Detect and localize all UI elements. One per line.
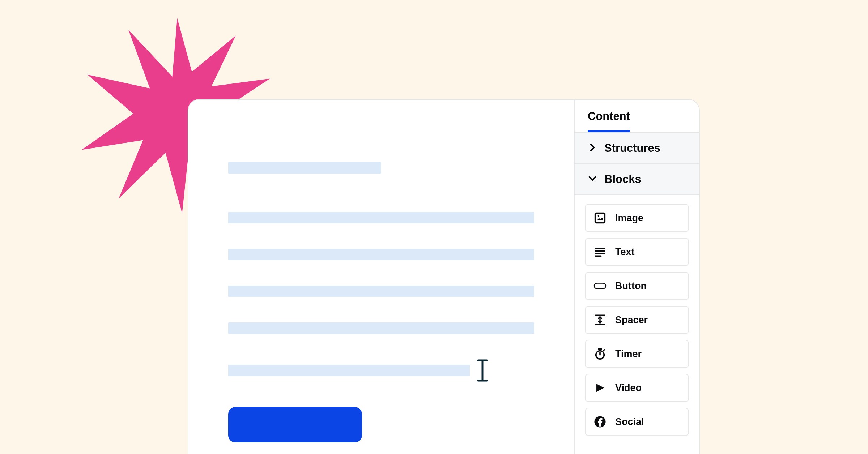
svg-line-13 xyxy=(603,350,604,351)
button-icon xyxy=(593,279,607,292)
block-item-social[interactable]: Social xyxy=(585,408,689,436)
cta-button-placeholder[interactable] xyxy=(228,407,362,442)
chevron-down-icon xyxy=(588,174,597,185)
text-cursor-icon xyxy=(477,359,488,382)
block-label: Timer xyxy=(615,348,642,360)
block-item-button[interactable]: Button xyxy=(585,272,689,300)
block-label: Image xyxy=(615,213,643,224)
timer-icon xyxy=(593,347,607,360)
spacer-icon xyxy=(593,313,607,326)
editor-window: Content Structures Blocks Image xyxy=(188,99,700,454)
placeholder-line xyxy=(228,322,534,334)
block-label: Video xyxy=(615,382,642,394)
block-label: Social xyxy=(615,416,644,428)
block-item-text[interactable]: Text xyxy=(585,238,689,266)
svg-point-2 xyxy=(597,215,599,217)
social-icon xyxy=(593,415,607,428)
sidebar-panel: Content Structures Blocks Image xyxy=(574,100,699,454)
accordion-label: Structures xyxy=(604,142,660,155)
placeholder-line xyxy=(228,286,534,297)
editor-canvas[interactable] xyxy=(188,100,574,454)
blocks-list: Image Text Button Spacer xyxy=(575,195,699,445)
svg-rect-1 xyxy=(595,213,605,223)
accordion-structures[interactable]: Structures xyxy=(575,132,699,164)
block-label: Spacer xyxy=(615,314,648,326)
block-item-spacer[interactable]: Spacer xyxy=(585,306,689,334)
tab-content[interactable]: Content xyxy=(588,110,630,132)
chevron-right-icon xyxy=(588,143,597,154)
placeholder-heading xyxy=(228,162,381,174)
block-item-image[interactable]: Image xyxy=(585,204,689,232)
placeholder-line xyxy=(228,249,534,260)
accordion-blocks[interactable]: Blocks xyxy=(575,164,699,195)
placeholder-line xyxy=(228,212,534,223)
video-icon xyxy=(593,381,607,394)
placeholder-line-partial xyxy=(228,365,470,376)
text-icon xyxy=(593,245,607,258)
image-icon xyxy=(593,211,607,224)
block-item-timer[interactable]: Timer xyxy=(585,340,689,368)
block-label: Button xyxy=(615,280,647,292)
svg-rect-7 xyxy=(594,283,606,288)
sidebar-tabs: Content xyxy=(575,100,699,132)
accordion-label: Blocks xyxy=(604,173,641,186)
block-item-video[interactable]: Video xyxy=(585,374,689,402)
block-label: Text xyxy=(615,247,635,258)
